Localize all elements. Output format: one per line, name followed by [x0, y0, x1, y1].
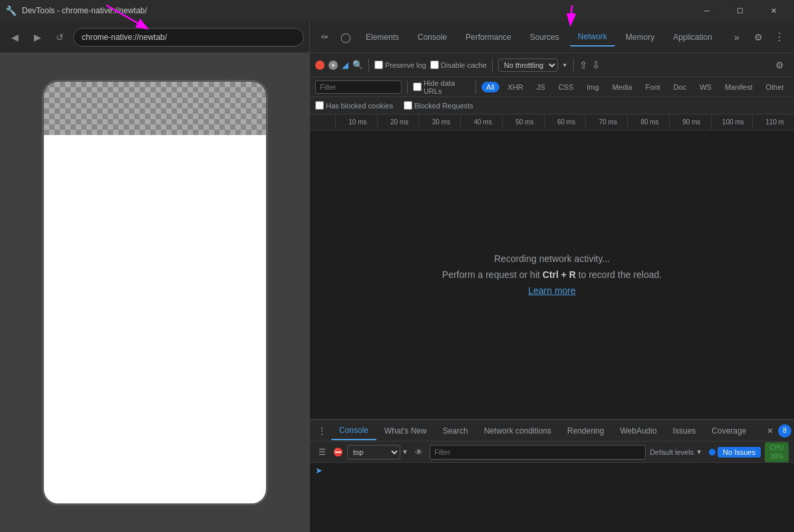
throttle-dropdown-icon: ▼: [562, 62, 568, 68]
tab-elements[interactable]: Elements: [358, 29, 407, 46]
bottom-tab-webaudio[interactable]: WebAudio: [612, 422, 664, 440]
export-button[interactable]: ⇩: [592, 59, 600, 71]
disable-cache-checkbox[interactable]: [430, 61, 439, 69]
issues-count-badge: 8: [778, 424, 791, 438]
tab-performance[interactable]: Performance: [458, 29, 519, 46]
tick-40ms: 40 ms: [460, 114, 502, 130]
tab-network[interactable]: Network: [570, 28, 615, 47]
record-button[interactable]: [315, 61, 325, 70]
filter-icon[interactable]: ◢: [342, 60, 348, 70]
back-button[interactable]: ◀: [5, 28, 24, 47]
import-button[interactable]: ⇧: [579, 59, 588, 71]
device-frame: [42, 80, 268, 505]
separator-1: [368, 59, 369, 72]
filter-tag-media[interactable]: Media: [608, 82, 637, 92]
window-controls: ─ ☐ ✕: [692, 0, 789, 21]
learn-more-link[interactable]: Learn more: [528, 285, 576, 296]
hide-data-urls-label[interactable]: Hide data URLs: [413, 79, 471, 95]
address-bar[interactable]: [73, 28, 304, 47]
more-tabs-button[interactable]: »: [728, 28, 746, 47]
has-blocked-cookies-label[interactable]: Has blocked cookies: [315, 101, 393, 110]
maximize-button[interactable]: ☐: [725, 0, 755, 21]
filter-input[interactable]: [315, 80, 402, 94]
nav-bar: ◀ ▶ ↺: [0, 21, 309, 53]
bottom-tab-search[interactable]: Search: [435, 422, 476, 440]
minimize-button[interactable]: ─: [692, 0, 722, 21]
bottom-panel-close-button[interactable]: ✕: [763, 424, 777, 438]
network-settings-button[interactable]: ⚙: [770, 56, 789, 74]
blocked-requests-checkbox[interactable]: [404, 101, 412, 110]
network-main-area: Recording network activity... Perform a …: [310, 130, 794, 419]
devtools-tab-bar: ⚰ ◯ Elements Console Performance Sources…: [310, 21, 794, 53]
device-toggle-button[interactable]: ◯: [336, 28, 355, 47]
console-filter-input[interactable]: [430, 445, 646, 460]
window-title: DevTools - chrome-native://newtab/: [22, 6, 147, 15]
console-toolbar: ☰ ⛔ top ▼ 👁 Default levels ▼ No Issues: [310, 442, 794, 463]
console-sidebar-button[interactable]: ☰: [315, 446, 329, 459]
default-levels-label: Default levels: [650, 448, 694, 456]
throttle-select[interactable]: No throttling: [498, 59, 558, 72]
filter-tag-img[interactable]: Img: [582, 82, 603, 92]
bottom-tab-console[interactable]: Console: [331, 422, 376, 440]
filter-tag-manifest[interactable]: Manifest: [720, 82, 757, 92]
checkbox-row: Has blocked cookies Blocked Requests: [310, 97, 794, 114]
filter-tag-js[interactable]: JS: [532, 82, 550, 92]
console-context-wrapper: top ▼: [347, 445, 408, 460]
bottom-tab-bar: ⋮ Console What's New Search Network cond…: [310, 420, 794, 442]
preserve-log-checkbox-label[interactable]: Preserve log: [374, 61, 426, 69]
filter-tag-all[interactable]: All: [481, 82, 499, 92]
filter-tag-other[interactable]: Other: [761, 82, 789, 92]
bottom-tab-network-conditions[interactable]: Network conditions: [476, 422, 559, 440]
levels-dropdown-arrow: ▼: [696, 448, 702, 456]
device-content: [44, 135, 266, 503]
browser-content: ◀ ▶ ↺ ⚰ ◯ Elements Console Performance S…: [0, 21, 794, 532]
tick-50ms: 50 ms: [502, 114, 544, 130]
tick-110ms: 110 m: [752, 114, 794, 130]
cpu-badge: CPU39%: [765, 442, 789, 462]
filter-tag-css[interactable]: CSS: [554, 82, 579, 92]
settings-button[interactable]: ⚙: [749, 28, 767, 47]
tab-sources[interactable]: Sources: [522, 29, 567, 46]
console-clear-button[interactable]: ⛔: [332, 447, 343, 458]
tab-console[interactable]: Console: [410, 29, 455, 46]
bottom-tab-issues[interactable]: Issues: [665, 422, 704, 440]
refresh-button[interactable]: ↺: [51, 28, 69, 47]
inspect-element-button[interactable]: ⚰: [315, 28, 334, 47]
console-eye-button[interactable]: 👁: [412, 446, 426, 459]
close-button[interactable]: ✕: [758, 0, 789, 21]
stop-button[interactable]: ●: [329, 61, 338, 70]
bottom-panel-menu-button[interactable]: ⋮: [313, 422, 331, 440]
network-toolbar: ● ◢ 🔍 Preserve log Disable cache No thro…: [310, 53, 794, 77]
hide-data-urls-checkbox[interactable]: [413, 82, 422, 91]
has-blocked-cookies-checkbox[interactable]: [315, 101, 324, 110]
context-dropdown-arrow: ▼: [402, 448, 408, 456]
filter-tag-doc[interactable]: Doc: [669, 82, 692, 92]
console-context-select[interactable]: top: [347, 445, 400, 460]
tab-application[interactable]: Application: [665, 29, 720, 46]
issues-dot: [709, 449, 716, 456]
bottom-tab-rendering[interactable]: Rendering: [559, 422, 612, 440]
blocked-requests-label[interactable]: Blocked Requests: [404, 101, 473, 110]
perform-text: Perform a request or hit Ctrl + R to rec…: [442, 269, 662, 280]
tab-memory[interactable]: Memory: [618, 29, 662, 46]
title-bar: 🔧 DevTools - chrome-native://newtab/ ─ ☐…: [0, 0, 794, 21]
filter-tag-ws[interactable]: WS: [695, 82, 716, 92]
disable-cache-checkbox-label[interactable]: Disable cache: [430, 61, 487, 69]
tick-20ms: 20 ms: [377, 114, 419, 130]
devtools-menu-button[interactable]: ⋮: [770, 28, 789, 47]
separator-2: [492, 59, 493, 72]
bottom-tab-whats-new[interactable]: What's New: [376, 422, 435, 440]
console-input-area: ➤: [310, 463, 794, 532]
recording-title: Recording network activity...: [494, 253, 610, 264]
forward-button[interactable]: ▶: [28, 28, 47, 47]
tick-10ms: 10 ms: [335, 114, 377, 130]
filter-tag-xhr[interactable]: XHR: [503, 82, 528, 92]
device-view: [0, 53, 309, 532]
bottom-tab-coverage[interactable]: Coverage: [704, 422, 754, 440]
tick-100ms: 100 ms: [711, 114, 753, 130]
preserve-log-checkbox[interactable]: [374, 61, 383, 69]
no-issues-badge: No Issues: [718, 447, 761, 458]
search-icon[interactable]: 🔍: [352, 60, 363, 70]
filter-tag-font[interactable]: Font: [641, 82, 665, 92]
filter-separator: [407, 80, 408, 94]
